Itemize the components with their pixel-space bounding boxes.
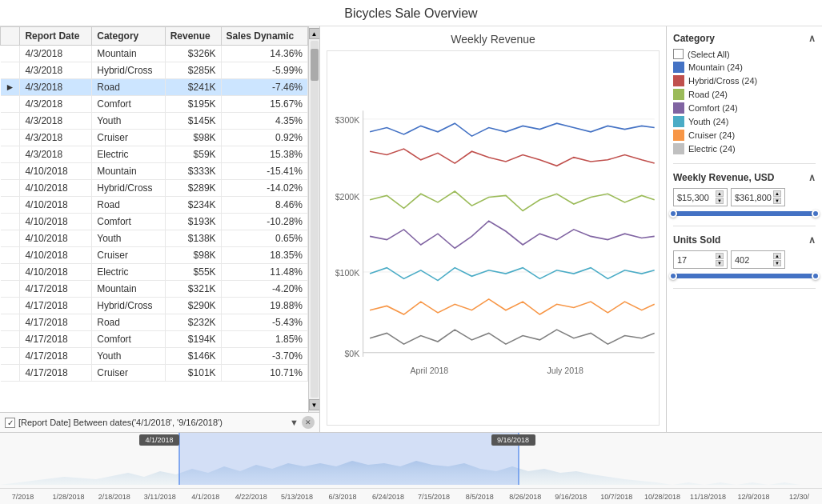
legend-checkbox-all[interactable] xyxy=(673,49,684,59)
units-slider-handle-min[interactable] xyxy=(669,272,677,280)
revenue-slider-handle-max[interactable] xyxy=(812,210,820,218)
cell-dynamic: 8.46% xyxy=(221,197,307,214)
timeline-panel[interactable]: 4/1/2018 9/16/2018 7/2018 1/28/2018 2/18… xyxy=(0,432,822,504)
cell-dynamic: 11.48% xyxy=(221,264,307,281)
table-row[interactable]: 4/17/2018 Mountain $321K -4.20% xyxy=(1,281,308,298)
timeline-date-10: 7/15/2018 xyxy=(411,493,457,501)
timeline-date-12: 8/26/2018 xyxy=(503,493,548,501)
table-row[interactable]: 4/10/2018 Youth $138K 0.65% xyxy=(1,230,308,247)
revenue-section-header: Weekly Revenue, USD ∧ xyxy=(673,172,816,183)
col-report-date[interactable]: Report Date xyxy=(20,27,92,46)
cell-category: Cruiser xyxy=(92,130,165,146)
units-min-up[interactable]: ▲ xyxy=(716,253,724,259)
filter-dropdown-arrow[interactable]: ▼ xyxy=(290,418,299,427)
timeline-selection[interactable] xyxy=(179,433,519,485)
cell-date: 4/3/2018 xyxy=(20,96,92,113)
units-max-input[interactable]: 402 ▲ ▼ xyxy=(731,250,785,269)
table-row[interactable]: 4/3/2018 Youth $145K 4.35% xyxy=(1,113,308,130)
timeline-date-4: 3/11/2018 xyxy=(137,493,182,501)
table-row[interactable]: 4/10/2018 Mountain $333K -15.41% xyxy=(1,163,308,180)
legend-item[interactable]: Mountain (24) xyxy=(673,62,816,73)
table-scrollbar[interactable]: ▲ ▼ xyxy=(308,26,319,412)
cell-date: 4/10/2018 xyxy=(20,230,92,247)
table-row[interactable]: 4/17/2018 Road $232K -5.43% xyxy=(1,314,308,331)
col-sales-dynamic[interactable]: Sales Dynamic xyxy=(221,27,307,46)
legend-item[interactable]: Electric (24) xyxy=(673,143,816,154)
table-row[interactable]: 4/3/2018 Mountain $326K 14.36% xyxy=(1,46,308,62)
table-row[interactable]: 4/3/2018 Cruiser $98K 0.92% xyxy=(1,130,308,146)
table-row[interactable]: 4/3/2018 Comfort $195K 15.67% xyxy=(1,96,308,113)
table-row[interactable]: 4/17/2018 Hybrid/Cross $290K 19.88% xyxy=(1,298,308,314)
cell-dynamic: 14.36% xyxy=(221,46,307,62)
table-row[interactable]: 4/17/2018 Cruiser $101K 10.71% xyxy=(1,365,308,382)
units-min-input[interactable]: 17 ▲ ▼ xyxy=(673,250,728,269)
table-row[interactable]: 4/3/2018 Electric $59K 15.38% xyxy=(1,146,308,163)
table-row[interactable]: 4/10/2018 Cruiser $98K 18.35% xyxy=(1,247,308,264)
legend-item[interactable]: Youth (24) xyxy=(673,116,816,127)
legend-item[interactable]: Road (24) xyxy=(673,89,816,100)
table-row[interactable]: 4/17/2018 Comfort $194K 1.85% xyxy=(1,331,308,348)
legend-item[interactable]: Comfort (24) xyxy=(673,102,816,114)
row-indicator xyxy=(1,365,20,382)
cell-category: Comfort xyxy=(92,96,165,113)
category-toggle[interactable]: ∧ xyxy=(808,33,816,44)
revenue-max-input[interactable]: $361,800 ▲ ▼ xyxy=(731,188,785,206)
timeline-date-17: 12/9/2018 xyxy=(731,493,776,501)
units-toggle[interactable]: ∧ xyxy=(808,234,816,246)
cell-category: Hybrid/Cross xyxy=(92,180,165,197)
row-indicator xyxy=(1,163,20,180)
units-section-header: Units Sold ∧ xyxy=(673,234,816,246)
revenue-slider-handle-min[interactable] xyxy=(669,210,677,218)
legend-item[interactable]: Cruiser (24) xyxy=(673,130,816,141)
row-indicator xyxy=(1,197,20,214)
timeline-date-2: 1/28/2018 xyxy=(46,493,91,501)
cell-date: 4/10/2018 xyxy=(20,197,92,214)
timeline-date-6: 4/22/2018 xyxy=(228,493,274,501)
scroll-down-btn[interactable]: ▼ xyxy=(309,399,320,410)
timeline-date-3: 2/18/2018 xyxy=(91,493,137,501)
revenue-toggle[interactable]: ∧ xyxy=(808,172,816,183)
revenue-max-up[interactable]: ▲ xyxy=(773,190,781,197)
revenue-min-input[interactable]: $15,300 ▲ ▼ xyxy=(673,188,728,206)
table-row[interactable]: 4/3/2018 Hybrid/Cross $285K -5.99% xyxy=(1,62,308,79)
cell-category: Mountain xyxy=(92,46,165,62)
cell-dynamic: -5.99% xyxy=(221,62,307,79)
revenue-min-up[interactable]: ▲ xyxy=(716,190,724,197)
timeline-date-11: 8/5/2018 xyxy=(457,493,503,501)
revenue-max-down[interactable]: ▼ xyxy=(773,198,781,204)
units-max-up[interactable]: ▲ xyxy=(773,253,781,259)
table-row[interactable]: 4/10/2018 Hybrid/Cross $289K -14.02% xyxy=(1,180,308,197)
units-slider-handle-max[interactable] xyxy=(812,272,820,280)
table-row[interactable]: 4/17/2018 Youth $146K -3.70% xyxy=(1,348,308,365)
table-scroll[interactable]: Report Date Category Revenue Sales Dynam… xyxy=(0,26,308,412)
legend-item[interactable]: (Select All) xyxy=(673,49,816,59)
cell-dynamic: -14.02% xyxy=(221,180,307,197)
cell-dynamic: 18.35% xyxy=(221,247,307,264)
col-revenue[interactable]: Revenue xyxy=(165,27,221,46)
cell-category: Road xyxy=(92,314,165,331)
scroll-track[interactable] xyxy=(311,41,319,398)
filter-checkbox[interactable] xyxy=(5,418,15,428)
table-row[interactable]: ► 4/3/2018 Road $241K -7.46% xyxy=(1,79,308,96)
row-indicator xyxy=(1,146,20,163)
scroll-up-btn[interactable]: ▲ xyxy=(309,28,320,39)
legend-label: Mountain (24) xyxy=(688,62,743,72)
col-category[interactable]: Category xyxy=(92,27,165,46)
revenue-slider-track[interactable] xyxy=(673,211,816,216)
units-max-down[interactable]: ▼ xyxy=(773,260,781,266)
cell-category: Electric xyxy=(92,264,165,281)
filter-close-btn[interactable]: ✕ xyxy=(302,416,315,429)
table-row[interactable]: 4/10/2018 Electric $55K 11.48% xyxy=(1,264,308,281)
units-slider-track[interactable] xyxy=(673,274,816,278)
scroll-thumb[interactable] xyxy=(311,49,319,81)
legend-item[interactable]: Hybrid/Cross (24) xyxy=(673,75,816,86)
revenue-min-down[interactable]: ▼ xyxy=(716,198,724,204)
table-row[interactable]: 4/10/2018 Comfort $193K -10.28% xyxy=(1,214,308,230)
row-indicator: ► xyxy=(1,79,20,96)
table-row[interactable]: 4/10/2018 Road $234K 8.46% xyxy=(1,197,308,214)
cell-category: Road xyxy=(92,79,165,96)
svg-text:April 2018: April 2018 xyxy=(410,366,448,375)
chart-svg: $300K $200K $100K $0K April 2018 July 20… xyxy=(327,51,659,425)
cell-revenue: $285K xyxy=(165,62,221,79)
units-min-down[interactable]: ▼ xyxy=(716,260,724,266)
